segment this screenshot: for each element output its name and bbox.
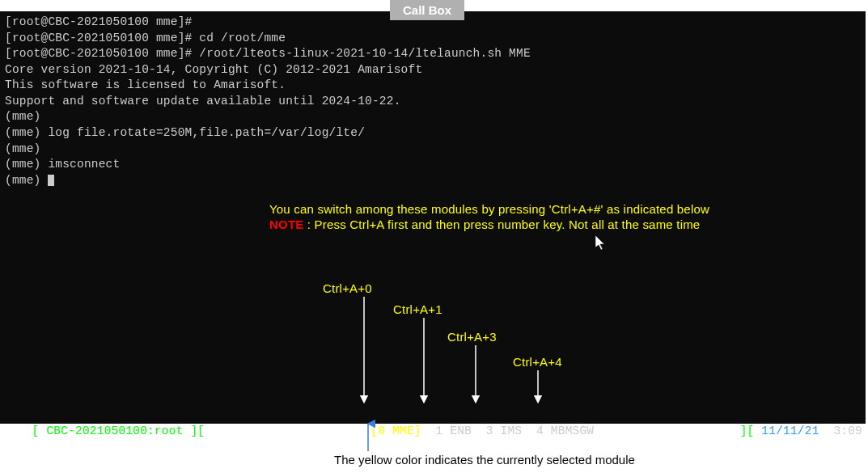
status-bar: [ CBC-2021050100:root ][[0 MME] 1 ENB 3 … [0, 408, 866, 424]
status-module-selected[interactable]: 0 [378, 424, 392, 437]
status-module-selected-name[interactable]: MME [392, 424, 414, 437]
call-box-badge: Call Box [390, 0, 464, 20]
terminal-line: This software is licensed to Amarisoft. [5, 78, 861, 94]
annotation-note: NOTE : Press Ctrl+A first and then press… [269, 217, 700, 233]
terminal-prompt-line[interactable]: (mme) [5, 173, 861, 189]
status-date: 11/11/21 [761, 424, 819, 437]
status-bracket: [ [32, 424, 47, 437]
status-module-mbmsgw[interactable]: 4 MBMSGW [522, 424, 594, 437]
shortcut-label-4: Ctrl+A+4 [513, 354, 562, 370]
terminal-line: Support and software update available un… [5, 94, 861, 110]
bottom-caption: The yellow color indicates the currently… [334, 453, 635, 467]
shortcut-label-1: Ctrl+A+1 [393, 302, 442, 318]
status-module-enb[interactable]: 1 ENB [421, 424, 472, 437]
status-time: 3:09 [819, 424, 862, 437]
terminal-line: (mme) [5, 141, 861, 158]
terminal-line: [root@CBC-2021050100 mme]# /root/lteots-… [5, 46, 861, 62]
shortcut-label-0: Ctrl+A+0 [323, 281, 372, 297]
terminal-line: Core version 2021-10-14, Copyright (C) 2… [5, 62, 861, 78]
annotation-switch: You can switch among these modules by pr… [269, 201, 709, 217]
status-module-ims[interactable]: 3 IMS [472, 424, 522, 437]
blue-arrow-icon [360, 419, 376, 453]
terminal-line: [root@CBC-2021050100 mme]# cd /root/mme [5, 31, 861, 47]
status-bracket: ][ [184, 424, 205, 437]
terminal-line: (mme) imsconnect [5, 157, 861, 173]
terminal-line: (mme) [5, 109, 861, 125]
mouse-pointer-icon [595, 235, 608, 257]
status-host: CBC-2021050100:root [46, 424, 183, 437]
status-module-selected-bracket: ] [414, 424, 421, 437]
terminal-line: (mme) log file.rotate=250M,file.path=/va… [5, 125, 861, 141]
terminal-window[interactable]: [root@CBC-2021050100 mme]# [root@CBC-202… [0, 11, 866, 424]
shortcut-label-3: Ctrl+A+3 [447, 329, 497, 345]
status-bracket: ][ [740, 424, 762, 437]
cursor-icon [48, 175, 54, 186]
